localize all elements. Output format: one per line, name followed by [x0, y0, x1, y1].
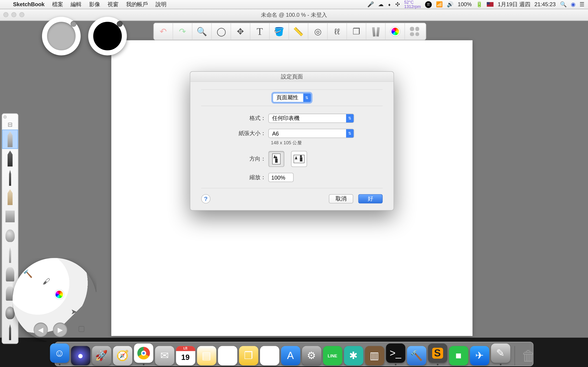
chisel-tool[interactable]: [2, 187, 18, 207]
ruler-tool-icon[interactable]: 📏: [289, 23, 308, 40]
color-puck-foreground[interactable]: [88, 17, 127, 55]
layers-panel-icon[interactable]: ❐: [347, 23, 366, 40]
color-wheel-icon[interactable]: [386, 23, 405, 40]
cancel-button[interactable]: 取消: [329, 194, 353, 203]
format-label: 格式：: [201, 115, 268, 122]
dock-itunes[interactable]: ♪: [260, 346, 279, 365]
dock-chrome[interactable]: [134, 344, 153, 363]
dock-reminders[interactable]: ☑: [218, 346, 237, 365]
window-titlebar[interactable]: 未命名 @ 100.0 % - 未登入: [0, 9, 588, 21]
menu-account[interactable]: 我的帳戶: [122, 1, 152, 8]
dock-sublime[interactable]: S: [428, 344, 447, 363]
ok-button[interactable]: 好: [358, 194, 383, 203]
format-popup[interactable]: 任何印表機 ⇅: [268, 114, 354, 123]
menu-help[interactable]: 說明: [152, 1, 170, 8]
fill-tool-icon[interactable]: 🪣: [270, 23, 289, 40]
dock-sketchbook[interactable]: ✎: [491, 344, 510, 363]
line-status-icon[interactable]: ☰: [425, 1, 432, 8]
sketchbook-window: 未命名 @ 100.0 % - 未登入 ↶ ↷ 🔍 ◯ ✥ T 🪣 📏 ◎ ℓℓ…: [0, 9, 588, 338]
brush-size-slider-icon[interactable]: ⊟: [2, 119, 18, 130]
pencil-tool[interactable]: [2, 130, 18, 149]
lagoon-prev-icon[interactable]: ◀: [34, 323, 48, 337]
paper-size-popup[interactable]: A6 ⇅: [268, 129, 354, 138]
ellipse-guide-icon[interactable]: ◎: [308, 23, 328, 40]
dock: ☺●🚀🧭✉1月19▤☑❐♪A⚙LINE✱▥>_🔨S■✈✎🗑: [0, 338, 588, 367]
temperature-status[interactable]: 52°C 1312rpm: [404, 0, 421, 9]
zoom-window-button[interactable]: [19, 12, 24, 17]
dock-finder[interactable]: ☺: [50, 344, 69, 363]
mic-status-icon[interactable]: 🎤: [367, 1, 374, 7]
minimize-window-button[interactable]: [11, 12, 16, 17]
menu-time[interactable]: 21:45:23: [535, 1, 556, 7]
close-window-button[interactable]: [3, 12, 9, 17]
dock-system-preferences[interactable]: ⚙: [302, 346, 321, 365]
dock-app-bars[interactable]: ▥: [365, 346, 384, 365]
dock-trash[interactable]: 🗑: [519, 346, 538, 365]
traffic-lights: [3, 12, 24, 17]
lagoon-canvas-icon[interactable]: ▢: [74, 321, 89, 336]
popup-arrows-icon: ⇅: [303, 94, 311, 102]
menu-edit[interactable]: 編輯: [67, 1, 85, 8]
airbrush-tool[interactable]: [2, 149, 18, 168]
dock-facetime[interactable]: ■: [449, 346, 468, 365]
dock-siri[interactable]: ●: [71, 346, 90, 365]
wifi-status-icon[interactable]: 📶: [436, 1, 443, 7]
page-attributes-popup[interactable]: 頁面屬性 ⇅: [273, 93, 311, 102]
orientation-portrait-button[interactable]: [268, 151, 284, 167]
app-menu[interactable]: SketchBook: [9, 1, 48, 7]
fan-status-icon[interactable]: ✣: [395, 1, 400, 7]
undo-icon[interactable]: ↶: [154, 23, 173, 40]
text-tool-icon[interactable]: T: [250, 23, 270, 40]
window-title: 未命名 @ 100.0 % - 未登入: [261, 11, 327, 19]
main-toolbar: ↶ ↷ 🔍 ◯ ✥ T 🪣 📏 ◎ ℓℓ ❐: [153, 23, 426, 40]
round-brush-tool[interactable]: [2, 226, 18, 245]
lagoon-pointer-icon[interactable]: ➤: [66, 304, 82, 319]
volume-status-icon[interactable]: 🔊: [447, 1, 453, 7]
lasso-tool-icon[interactable]: ◯: [212, 23, 231, 40]
siri-menu-icon[interactable]: ◉: [571, 1, 575, 7]
battery-percentage[interactable]: 100%: [458, 1, 472, 7]
lagoon-widget: 🔨 🖌 ➤ ▢ ◀ ▶: [13, 258, 97, 342]
dock-appstore[interactable]: A: [281, 346, 300, 365]
page-setup-dialog: 設定頁面 頁面屬性 ⇅ 格式： 任何印表機 ⇅ 紙張大小：: [190, 71, 394, 211]
battery-status-icon[interactable]: 🔋: [476, 1, 483, 7]
lagoon-tools-icon[interactable]: 🔨: [20, 266, 35, 282]
dock-messenger[interactable]: ✈: [470, 346, 489, 365]
dock-xcode[interactable]: 🔨: [407, 346, 426, 365]
ui-toggle-icon[interactable]: [405, 23, 424, 40]
dock-terminal[interactable]: >_: [386, 344, 405, 363]
lagoon-color-wheel-icon[interactable]: [55, 290, 64, 299]
menu-file[interactable]: 檔案: [48, 1, 67, 8]
notification-center-icon[interactable]: ☰: [579, 1, 585, 7]
move-tool-icon[interactable]: ✥: [231, 23, 250, 40]
dock-mail[interactable]: ✉: [155, 346, 174, 365]
lagoon-next-icon[interactable]: ▶: [53, 323, 67, 337]
dropbox-status-icon[interactable]: ⬧: [388, 1, 391, 7]
marker-tool[interactable]: [2, 168, 18, 187]
dock-calendar[interactable]: 1月19: [176, 346, 195, 365]
orientation-landscape-button[interactable]: [291, 151, 307, 167]
zoom-tool-icon[interactable]: 🔍: [192, 23, 212, 40]
scale-input[interactable]: 100%: [268, 173, 294, 182]
spotlight-icon[interactable]: 🔍: [560, 1, 567, 7]
dock-app-teal[interactable]: ✱: [344, 346, 363, 365]
menu-window[interactable]: 視窗: [104, 1, 122, 8]
dock-safari[interactable]: 🧭: [113, 346, 132, 365]
menu-date[interactable]: 1月19日 週四: [498, 1, 530, 8]
lagoon-brush-icon[interactable]: 🖌: [39, 274, 54, 289]
flat-brush-tool[interactable]: [2, 207, 18, 226]
dock-notes[interactable]: ▤: [197, 346, 216, 365]
symmetry-tool-icon[interactable]: ℓℓ: [328, 23, 347, 40]
brush-library-icon[interactable]: [366, 23, 386, 40]
help-button[interactable]: ?: [201, 194, 210, 203]
dock-launchpad[interactable]: 🚀: [92, 346, 111, 365]
dock-running-indicator: [59, 364, 60, 365]
cloud-status-icon[interactable]: ☁: [378, 1, 384, 7]
input-source-flag-icon[interactable]: [487, 2, 493, 7]
color-puck-background[interactable]: [42, 17, 81, 55]
dock-line[interactable]: LINE: [323, 346, 342, 365]
menu-image[interactable]: 影像: [85, 1, 104, 8]
redo-icon[interactable]: ↷: [173, 23, 192, 40]
dock-stickies[interactable]: ❐: [239, 346, 258, 365]
palette-close-icon[interactable]: [3, 115, 7, 119]
